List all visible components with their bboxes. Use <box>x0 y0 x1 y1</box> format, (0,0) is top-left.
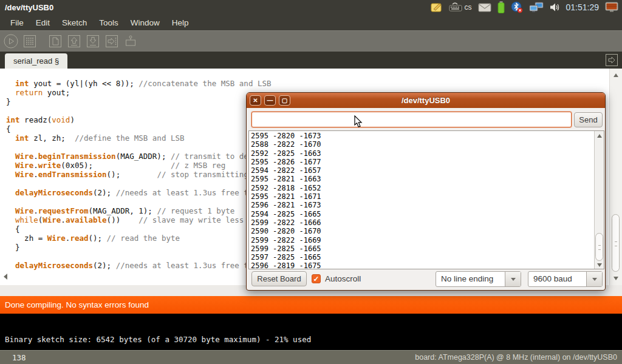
tab-menu-button[interactable] <box>604 53 619 67</box>
code-line: return yout; <box>6 88 272 97</box>
menu-item[interactable]: Help <box>166 16 194 29</box>
serial-line: 2599 -2822 -1669 <box>251 236 321 244</box>
maximize-button[interactable]: ▢ <box>279 95 290 106</box>
stop-button[interactable] <box>22 33 38 49</box>
line-ending-dropdown[interactable]: No line ending <box>436 271 521 287</box>
volume-icon[interactable] <box>550 2 560 12</box>
new-sketch-button[interactable] <box>47 33 63 49</box>
scroll-up-arrow-icon[interactable] <box>613 73 618 77</box>
serial-output-lines: 2595 -2820 -16732588 -2822 -16702592 -28… <box>251 132 321 269</box>
code-line: Wire.endTransmission(); // stop transmit… <box>6 170 272 179</box>
autoscroll-checkbox[interactable]: ✓ <box>312 274 321 283</box>
status-bar: Done compiling. No syntax errors found <box>0 296 622 314</box>
code-line: int yout = (yl|(yh << 8)); //concatenate… <box>6 79 272 88</box>
minimize-button[interactable]: — <box>264 95 276 106</box>
code-line <box>6 197 272 206</box>
save-button[interactable] <box>85 33 101 49</box>
menu-item[interactable]: Tools <box>94 16 124 29</box>
code-line: zh = Wire.read(); // read the byte <box>6 234 272 243</box>
status-message: Done compiling. No syntax errors found <box>5 300 149 309</box>
code-line: int readz(void) <box>6 115 272 124</box>
code-line <box>6 143 272 152</box>
keyboard-layout-indicator[interactable]: cs <box>465 3 472 12</box>
menu-item[interactable]: Sketch <box>56 16 92 29</box>
serial-line: 2590 -2820 -1670 <box>251 227 321 235</box>
keyboard-icon[interactable] <box>449 2 462 12</box>
serial-monitor-icon <box>123 34 138 49</box>
code-area: int yout = (yl|(yh << 8)); //concatenate… <box>6 79 272 270</box>
line-ending-value: No line ending <box>436 272 505 286</box>
code-line: int zl, zh; //define the MSB and LSB <box>6 133 272 143</box>
code-line: } <box>6 97 272 106</box>
scroll-down-arrow-icon[interactable] <box>613 277 618 280</box>
notes-icon[interactable] <box>431 2 443 13</box>
serial-scrollbar[interactable] <box>594 131 604 269</box>
editor-vertical-scrollbar[interactable] <box>609 69 622 285</box>
code-line: delayMicroseconds(2); //needs at least 1… <box>6 188 272 197</box>
serial-line: 2599 -2822 -1666 <box>251 218 321 227</box>
bluetooth-icon[interactable] <box>511 1 523 13</box>
serial-send-input[interactable] <box>251 112 572 127</box>
code-line <box>6 179 272 188</box>
serial-scrollbar-thumb[interactable] <box>595 233 603 261</box>
tab-bar: serial_read § <box>0 52 622 69</box>
board-info: board: ATmega328P(A) @ 8 MHz (internal) … <box>415 353 622 362</box>
baud-rate-dropdown[interactable]: 9600 baud <box>528 271 603 287</box>
code-line: } <box>6 243 272 252</box>
chevron-down-icon <box>511 278 516 281</box>
network-icon[interactable] <box>529 2 544 13</box>
serial-line: 2595 -2821 -1663 <box>251 175 321 183</box>
session-icon[interactable] <box>605 2 618 13</box>
clock[interactable]: 01:51:29 <box>566 2 600 12</box>
serial-line: 2596 -2819 -1675 <box>251 261 321 269</box>
menu-item[interactable]: Edit <box>30 16 55 29</box>
serial-line: 2599 -2825 -1665 <box>251 244 321 253</box>
serial-monitor-window: ✕ — ▢ /dev/ttyUSB0 Send 2595 -2820 -1673… <box>246 92 606 291</box>
code-line <box>6 106 272 115</box>
code-line: Wire.requestFrom(MAG_ADDR, 1); // reques… <box>6 206 272 215</box>
baud-rate-value: 9600 baud <box>528 272 586 286</box>
editor-scrollbar-thumb[interactable] <box>612 214 620 272</box>
send-button[interactable]: Send <box>574 112 603 127</box>
upload-icon <box>104 34 119 49</box>
battery-icon[interactable] <box>497 1 505 13</box>
tab-menu-icon <box>605 53 618 67</box>
line-number: 138 <box>0 353 26 362</box>
open-icon <box>67 34 81 49</box>
code-line: { <box>6 124 272 133</box>
open-button[interactable] <box>66 33 82 49</box>
console-text: Binary sketch size: 6542 bytes (of a 307… <box>5 335 311 344</box>
serial-output-area[interactable]: 2595 -2820 -16732588 -2822 -16702592 -28… <box>248 130 604 269</box>
code-line: delayMicroseconds(2); //needs at least 1… <box>6 261 272 270</box>
serial-line: 2595 -2821 -1671 <box>251 192 321 201</box>
stop-icon <box>22 34 37 49</box>
new-sketch-icon <box>48 34 63 49</box>
save-icon <box>86 34 100 49</box>
verify-button[interactable] <box>3 33 19 49</box>
dropdown-arrow-button[interactable] <box>586 272 602 286</box>
autoscroll-label[interactable]: Autoscroll <box>325 274 361 283</box>
scroll-left-arrow-icon[interactable] <box>4 274 7 280</box>
serial-scroll-up-icon[interactable] <box>597 134 602 138</box>
chevron-down-icon <box>592 278 597 281</box>
tab-serial-read[interactable]: serial_read § <box>5 53 67 69</box>
upload-button[interactable] <box>104 33 120 49</box>
serial-monitor-button[interactable] <box>123 33 138 49</box>
serial-line: 2596 -2821 -1673 <box>251 201 321 209</box>
serial-monitor-titlebar[interactable]: ✕ — ▢ /dev/ttyUSB0 <box>247 93 605 108</box>
serial-line: 2594 -2822 -1657 <box>251 166 321 175</box>
code-line: while(Wire.available()) // slave may wri… <box>6 215 272 224</box>
footer-strip: 138 board: ATmega328P(A) @ 8 MHz (intern… <box>0 350 622 364</box>
reset-board-button[interactable]: Reset Board <box>251 271 307 286</box>
serial-line: 2594 -2825 -1665 <box>251 210 321 218</box>
dropdown-arrow-button[interactable] <box>505 272 521 286</box>
toolbar <box>0 30 622 52</box>
verify-icon <box>3 33 19 49</box>
mail-icon[interactable] <box>478 3 491 12</box>
menu-item[interactable]: File <box>5 16 29 29</box>
menu-item[interactable]: Window <box>125 16 165 29</box>
serial-line: 2592 -2825 -1663 <box>251 149 321 158</box>
serial-line: 2595 -2820 -1673 <box>251 132 321 140</box>
serial-scroll-down-icon[interactable] <box>597 263 602 267</box>
close-button[interactable]: ✕ <box>250 95 261 106</box>
